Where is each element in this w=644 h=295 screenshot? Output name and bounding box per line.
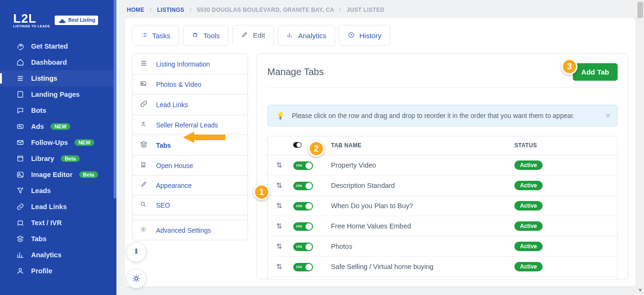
- mail-icon: [16, 139, 25, 146]
- brush-icon: [140, 181, 148, 189]
- status-badge: Active: [514, 221, 543, 231]
- table-row[interactable]: ⇅ ON Safe Selling / Virtual home buying …: [268, 257, 617, 277]
- sidepanel-label: Advanced Settings: [156, 227, 211, 234]
- sidebar-item-listings[interactable]: Listings: [0, 70, 116, 86]
- nav-label: Analytics: [31, 251, 61, 259]
- sidepanel-item-lead-links[interactable]: Lead Links: [132, 94, 248, 115]
- sidebar-item-text-ivr[interactable]: Text / IVR: [0, 215, 116, 231]
- svg-point-19: [135, 277, 138, 280]
- drag-handle-icon[interactable]: ⇅: [276, 202, 282, 210]
- sidepanel-item-photos-video[interactable]: Photos & Video: [132, 75, 248, 94]
- svg-point-14: [142, 122, 144, 124]
- drag-handle-icon[interactable]: ⇅: [276, 222, 282, 230]
- svg-point-10: [19, 269, 21, 271]
- drag-handle-icon[interactable]: ⇅: [276, 161, 282, 169]
- nav-label: Library: [31, 155, 54, 162]
- sidebar-item-dashboard[interactable]: Dashboard: [0, 54, 116, 70]
- toggle-switch[interactable]: ON: [293, 263, 313, 271]
- analytics-icon: [287, 32, 293, 40]
- tab-analytics[interactable]: Analytics: [278, 25, 335, 46]
- page-icon: [16, 91, 25, 98]
- row-name: Safe Selling / Virtual home buying: [331, 263, 514, 270]
- toggle-all[interactable]: [293, 142, 302, 148]
- table-row[interactable]: ⇅ ON Photos Active: [268, 236, 617, 257]
- close-icon[interactable]: ×: [605, 111, 611, 121]
- sidepanel-label: SEO: [156, 202, 170, 209]
- breadcrumb-home[interactable]: HOME: [127, 7, 144, 13]
- tab-label: History: [359, 32, 381, 40]
- sidebar-item-library[interactable]: LibraryBeta: [0, 151, 116, 167]
- drag-handle-icon[interactable]: ⇅: [276, 263, 282, 270]
- nav-label: Profile: [31, 267, 52, 275]
- sidebar-item-tabs[interactable]: Tabs: [0, 231, 116, 247]
- person-icon: [140, 121, 148, 129]
- sidebar-item-landing-pages[interactable]: Landing Pages: [0, 86, 116, 102]
- col-tab-name: TAB NAME: [331, 142, 514, 149]
- drag-handle-icon[interactable]: ⇅: [276, 243, 282, 250]
- panel-title: Manage Tabs: [267, 67, 324, 77]
- help-button[interactable]: [126, 269, 146, 288]
- history-icon: [348, 32, 355, 40]
- content-card: TasksToolsEditAnalyticsHistory Listing I…: [125, 18, 636, 287]
- sidepanel-item-advanced-settings[interactable]: Advanced Settings: [132, 220, 248, 240]
- tools-icon: [192, 32, 198, 40]
- sidepanel-item-appearance[interactable]: Appearance: [132, 176, 248, 195]
- app-sidebar: L2L LISTINGS TO LEADS Best Listing Get S…: [0, 0, 116, 295]
- top-tabs: TasksToolsEditAnalyticsHistory: [132, 25, 628, 46]
- sidebar-item-lead-links[interactable]: Lead Links: [0, 199, 116, 215]
- link-icon: [16, 203, 25, 211]
- sidepanel-label: Tabs: [156, 142, 171, 149]
- add-tab-button[interactable]: Add Tab: [573, 63, 618, 81]
- tab-history[interactable]: History: [339, 25, 390, 46]
- user-icon: [16, 267, 25, 275]
- row-name: Free Home Values Embed: [331, 222, 514, 230]
- tour-button[interactable]: [126, 242, 146, 262]
- toggle-switch[interactable]: ON: [293, 182, 313, 190]
- row-name: Photos: [331, 243, 514, 250]
- sms-icon: [16, 219, 25, 227]
- sidepanel-item-listing-information[interactable]: Listing Information: [132, 54, 248, 75]
- table-row[interactable]: ⇅ ON Description Standard Active: [268, 176, 617, 196]
- badge: NEW: [74, 139, 94, 146]
- sidebar-item-image-editor[interactable]: Image EditorBeta: [0, 167, 116, 183]
- sidebar-item-profile[interactable]: Profile: [0, 263, 116, 279]
- page-scrollbar[interactable]: ▼: [636, 0, 644, 295]
- stack-icon: [16, 235, 25, 243]
- image-icon: [16, 171, 25, 178]
- sidebar-item-analytics[interactable]: Analytics: [0, 247, 116, 263]
- sidebar-item-follow-ups[interactable]: Follow-UpsNEW: [0, 135, 116, 151]
- toggle-switch[interactable]: ON: [293, 222, 313, 231]
- tab-label: Edit: [253, 31, 265, 39]
- table-row[interactable]: ⇅ ON Free Home Values Embed Active: [268, 216, 617, 236]
- breadcrumb-listings[interactable]: LISTINGS: [157, 7, 184, 13]
- svg-point-18: [136, 249, 137, 250]
- manage-tabs-panel: Manage Tabs Add Tab 💡 Please click on th…: [256, 53, 628, 279]
- drag-handle-icon[interactable]: ⇅: [276, 182, 282, 189]
- chart-icon: [16, 251, 25, 259]
- nav-label: Dashboard: [31, 59, 67, 66]
- sidebar-item-ads[interactable]: AdsNEW: [0, 118, 116, 135]
- sidebar-item-bots[interactable]: Bots: [0, 102, 116, 118]
- sidepanel-item-open-house[interactable]: Open House: [132, 156, 248, 176]
- main-area: HOME / LISTINGS / 5530 DOUGLAS BOULEVARD…: [116, 0, 644, 295]
- toggle-switch[interactable]: ON: [293, 243, 313, 251]
- row-name: Property Video: [331, 161, 514, 169]
- tab-edit[interactable]: Edit: [232, 25, 274, 46]
- sidebar-item-leads[interactable]: Leads: [0, 183, 116, 199]
- sidebar-item-get-started[interactable]: Get Started: [0, 38, 116, 54]
- table-row[interactable]: ⇅ ON Property Video Active: [268, 155, 617, 176]
- toggle-switch[interactable]: ON: [293, 202, 313, 211]
- tab-tools[interactable]: Tools: [183, 25, 229, 46]
- badge: Beta: [61, 155, 80, 162]
- callout-2: 2: [308, 141, 324, 157]
- breadcrumb-address: 5530 DOUGLAS BOULEVARD, GRANITE BAY, CA: [197, 7, 334, 13]
- photo-icon: [140, 80, 148, 88]
- table-row[interactable]: ⇅ ON Maps & Local Active: [268, 277, 617, 279]
- tab-tasks[interactable]: Tasks: [132, 25, 179, 46]
- toggle-switch[interactable]: ON: [293, 161, 313, 170]
- badge: NEW: [50, 123, 70, 130]
- table-row[interactable]: ⇅ ON When Do you Plan to Buy? Active: [268, 196, 617, 216]
- sidepanel-item-seo[interactable]: SEO: [132, 195, 248, 215]
- arrow-annotation: [183, 129, 225, 146]
- book-icon: [16, 155, 25, 162]
